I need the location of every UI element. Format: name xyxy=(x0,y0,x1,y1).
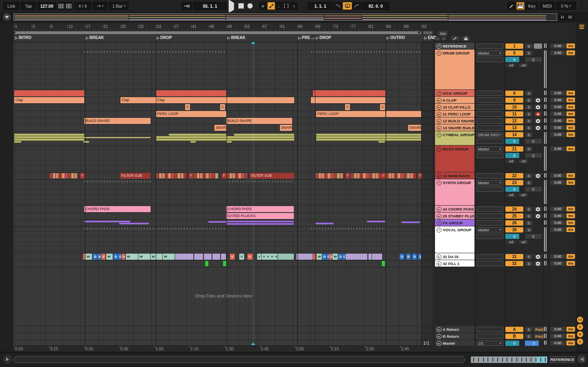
clip-clap-fills[interactable]: C xyxy=(345,104,350,110)
clip-fx-stripe[interactable] xyxy=(315,223,334,224)
clip-vocal-v[interactable]: V xyxy=(329,254,332,260)
tempo-field[interactable]: 127.00 xyxy=(37,2,56,10)
track-activator[interactable]: B xyxy=(505,334,523,339)
track-activator[interactable]: 6 xyxy=(505,91,523,96)
preview-speaker-button[interactable] xyxy=(577,355,586,363)
solo-button[interactable]: S xyxy=(525,43,533,49)
input-routing-box[interactable] xyxy=(477,187,503,192)
clip-bass-segment[interactable] xyxy=(165,173,168,178)
volume-inf-box[interactable]: -inf xyxy=(505,159,516,164)
pan-box[interactable]: 0 xyxy=(505,234,523,239)
solo-button[interactable]: S xyxy=(525,261,533,266)
clip-bass-segment[interactable] xyxy=(59,173,62,178)
volume-inf-box[interactable]: -inf xyxy=(518,63,529,68)
track-delay-box[interactable]: 0.00 xyxy=(550,327,566,332)
track-header-bass-group[interactable]: ≡BASS GROUP xyxy=(435,145,474,172)
track-delay-box[interactable]: 0.00 xyxy=(550,111,566,116)
group-lane-vocal-group[interactable] xyxy=(13,226,433,253)
clip-cymbal-stripe[interactable] xyxy=(316,134,385,136)
clip-vocal-d[interactable]: D xyxy=(322,254,326,260)
clip-bass-segment[interactable] xyxy=(209,173,212,178)
clip-stabby[interactable]: GATED PLUCKS xyxy=(226,213,294,219)
clip-bass-segment[interactable] xyxy=(340,173,343,178)
clip-chord-pads[interactable]: CHORD PADS xyxy=(84,206,151,212)
locator-break[interactable]: ▷BREAK xyxy=(86,35,104,40)
track-delay-box[interactable]: 0.00 xyxy=(550,50,566,55)
session-record-button[interactable]: ○ xyxy=(291,2,297,10)
clip-vocal-w[interactable]: V xyxy=(257,254,261,260)
clip-cymbal-stripe[interactable] xyxy=(226,141,232,143)
clip-cymbal-stripe[interactable] xyxy=(234,134,294,136)
track-header-b-return[interactable]: ▶B Return xyxy=(435,333,474,339)
track-activator[interactable]: 26 xyxy=(505,220,523,226)
clip-bass-segment[interactable] xyxy=(184,173,186,178)
clip-vocal-d[interactable]: D xyxy=(114,254,118,260)
clip-bass-segment[interactable] xyxy=(410,173,413,178)
track-header-main-bass[interactable]: ▶22 MAIN BASS xyxy=(435,172,474,179)
clip-build-snare[interactable]: BUILD SNARE xyxy=(84,118,151,124)
clip-bass-f[interactable]: F xyxy=(381,173,386,179)
clip-bass-segment[interactable] xyxy=(238,173,241,178)
clip-vocal-w[interactable]: V xyxy=(274,254,278,260)
solo-button[interactable]: S xyxy=(525,220,533,226)
track-delay-box[interactable]: 0.00 xyxy=(550,220,566,225)
clip-cymbal-stripe[interactable] xyxy=(226,139,294,141)
track-activator[interactable]: 31 xyxy=(505,254,523,259)
loop-switch[interactable] xyxy=(343,2,352,10)
clip-bass-segment[interactable] xyxy=(156,173,159,178)
track-delay-box[interactable]: 0.00 xyxy=(550,118,566,123)
master-volume-box[interactable]: 0 xyxy=(525,341,543,346)
solo-button[interactable]: S xyxy=(525,254,533,259)
clip-build-snare[interactable]: BUILD SNARE xyxy=(226,118,292,124)
clip-bass-segment[interactable] xyxy=(391,173,394,178)
clip-bass-segment[interactable] xyxy=(315,173,318,178)
solo-button[interactable]: S xyxy=(525,146,533,152)
clip-bass-segment[interactable] xyxy=(65,173,68,178)
play-button[interactable] xyxy=(229,3,234,10)
track-delay-unit[interactable]: ms xyxy=(566,146,575,151)
clip-bass-segment[interactable] xyxy=(194,173,197,178)
clip-bass-segment[interactable] xyxy=(372,173,375,178)
volume-inf-box[interactable]: -inf xyxy=(505,193,516,198)
insert-marker-top-icon[interactable] xyxy=(251,42,255,45)
clip-bass-segment[interactable] xyxy=(56,173,59,178)
clip-clap[interactable] xyxy=(311,97,385,103)
clip-vocal-w[interactable]: W xyxy=(126,254,138,260)
track-delay-unit[interactable]: ms xyxy=(566,327,575,332)
clip-vocal-lav[interactable] xyxy=(372,254,382,260)
track-activator[interactable]: 30 xyxy=(505,227,523,232)
link-button[interactable]: Link xyxy=(3,2,20,10)
clip-bass-segment[interactable] xyxy=(175,173,177,178)
clip-bass-segment[interactable] xyxy=(357,173,360,178)
clip-vocal-lav[interactable] xyxy=(368,254,372,260)
pan-box[interactable]: 0 xyxy=(505,153,523,158)
clip-bass-f[interactable]: F xyxy=(189,173,193,179)
input-routing-box[interactable] xyxy=(477,125,503,130)
track-header-stabby[interactable]: ▶25 STABBY PLUC xyxy=(435,213,474,219)
track-activator[interactable]: 25 xyxy=(505,213,523,219)
clip-filter-sub[interactable]: FILTER SUB xyxy=(250,173,294,179)
clip-cymbal-stripe[interactable] xyxy=(378,141,385,143)
track-delay-box[interactable]: 0.00 xyxy=(550,213,566,218)
clip-fill[interactable] xyxy=(205,261,208,266)
arrangement-position-field[interactable]: 55. 1. 1 xyxy=(193,2,227,10)
clip-vocal-w[interactable]: V xyxy=(239,254,244,260)
crossfade-box[interactable]: C xyxy=(525,187,542,192)
pan-box[interactable]: 0 xyxy=(505,187,523,192)
volume-inf-box[interactable]: -inf xyxy=(518,159,529,164)
mixer-section-toggle-io[interactable]: I-O xyxy=(577,317,583,323)
clip-bass-segment[interactable] xyxy=(74,173,77,178)
clip-cymbal-stripe[interactable] xyxy=(226,136,294,138)
clip-bass-segment[interactable] xyxy=(407,173,410,178)
clip-vocal-lav[interactable] xyxy=(175,254,193,260)
clip-vocal-w[interactable]: W xyxy=(332,254,338,260)
locator-drop[interactable]: ▷DROP xyxy=(157,35,172,40)
clip-cymbal-stripe[interactable] xyxy=(156,136,226,138)
clip-bass-segment[interactable] xyxy=(351,173,354,178)
clip-bass-segment[interactable] xyxy=(395,173,398,178)
clip-vocal-lav[interactable] xyxy=(345,254,367,260)
panel-toggle-button[interactable] xyxy=(578,24,585,30)
cue-button[interactable] xyxy=(534,261,542,266)
volume-inf-box[interactable]: -inf xyxy=(505,240,516,245)
track-header-clap-fills[interactable]: ▶10 CLAP FILLS xyxy=(435,104,474,110)
